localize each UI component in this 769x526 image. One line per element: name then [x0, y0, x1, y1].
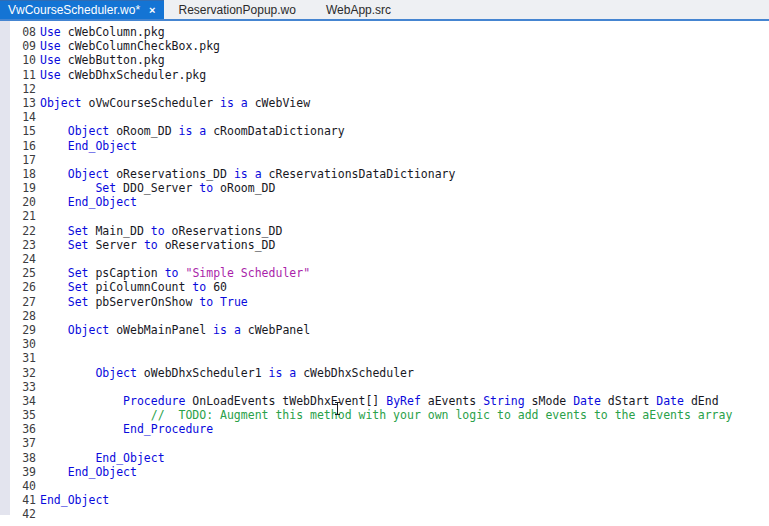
code-line[interactable]: 42 [0, 507, 769, 521]
line-number: 35 [10, 408, 40, 422]
tab-webapp-src[interactable]: WebApp.src [311, 0, 406, 19]
line-number: 20 [10, 195, 40, 209]
code-line[interactable]: 30 [0, 337, 769, 351]
code-token [40, 366, 95, 380]
code-token: cWebDhxScheduler.pkg [61, 68, 206, 82]
code-line[interactable]: 15 Object oRoom_DD is a cRoomDataDiction… [0, 124, 769, 138]
code-line[interactable]: 09Use cWebColumnCheckBox.pkg [0, 39, 769, 53]
line-number: 29 [10, 323, 40, 337]
code-line[interactable]: 18 Object oReservations_DD is a cReserva… [0, 167, 769, 181]
code-token: cWebView [248, 96, 310, 110]
code-line[interactable]: 40 [0, 479, 769, 493]
code-line[interactable]: 27 Set pbServerOnShow to True [0, 295, 769, 309]
code-text: Use cWebColumn.pkg [40, 25, 165, 39]
code-line[interactable]: 21 [0, 209, 769, 223]
code-token: Set [68, 280, 89, 294]
line-number: 24 [10, 252, 40, 266]
code-token: Object [68, 167, 110, 181]
code-text: Object oVwCourseScheduler is a cWebView [40, 96, 310, 110]
code-line[interactable]: 17 [0, 153, 769, 167]
code-line[interactable]: 33 [0, 380, 769, 394]
code-line[interactable]: 08Use cWebColumn.pkg [0, 25, 769, 39]
code-line[interactable]: 32 Object oWebDhxScheduler1 is a cWebDhx… [0, 366, 769, 380]
code-line[interactable]: 24 [0, 252, 769, 266]
code-line[interactable]: 31 [0, 351, 769, 365]
code-line[interactable]: 37 [0, 436, 769, 450]
tab-reservationpopup[interactable]: ReservationPopup.wo [164, 0, 311, 19]
code-line[interactable]: 28 [0, 309, 769, 323]
code-token: oVwCourseScheduler [82, 96, 220, 110]
code-line[interactable]: 14 [0, 110, 769, 124]
line-number: 09 [10, 39, 40, 53]
code-token: a [234, 323, 241, 337]
line-number: 26 [10, 280, 40, 294]
code-token: End_Object [68, 195, 137, 209]
line-number: 19 [10, 181, 40, 195]
line-number: 38 [10, 451, 40, 465]
editor-margin-strip [0, 21, 10, 515]
code-text: Object oReservations_DD is a cReservatio… [40, 167, 455, 181]
code-line[interactable]: 12 [0, 82, 769, 96]
code-token [40, 422, 123, 436]
code-token: cWebDhxScheduler [296, 366, 414, 380]
editor-tab-bar: VwCourseScheduler.wo* × ReservationPopup… [0, 0, 769, 21]
code-token: End_Object [40, 493, 109, 507]
line-number: 41 [10, 493, 40, 507]
code-token: DDO_Server [116, 181, 199, 195]
code-token: oRoom_DD [213, 181, 275, 195]
line-number: 28 [10, 309, 40, 323]
tab-label: WebApp.src [326, 3, 391, 17]
code-text: End_Object [40, 465, 137, 479]
code-line[interactable]: 22 Set Main_DD to oReservations_DD [0, 224, 769, 238]
code-line[interactable]: 41End_Object [0, 493, 769, 507]
code-line[interactable]: 36 End_Procedure [0, 422, 769, 436]
code-token [40, 394, 123, 408]
code-editor[interactable]: 08Use cWebColumn.pkg09Use cWebColumnChec… [0, 21, 769, 526]
code-line[interactable]: 13Object oVwCourseScheduler is a cWebVie… [0, 96, 769, 110]
code-token: dEnd [684, 394, 719, 408]
code-line[interactable]: 20 End_Object [0, 195, 769, 209]
code-token: to [192, 280, 206, 294]
code-token: "Simple Scheduler" [185, 266, 310, 280]
code-line[interactable]: 38 End_Object [0, 451, 769, 465]
code-token: is [179, 124, 193, 138]
code-token: cWebColumn.pkg [61, 25, 165, 39]
code-token: ByRef [386, 394, 421, 408]
code-token [40, 465, 68, 479]
code-token: Server [88, 238, 143, 252]
code-line[interactable]: 29 Object oWebMainPanel is a cWebPanel [0, 323, 769, 337]
code-token: Set [68, 238, 89, 252]
line-number: 39 [10, 465, 40, 479]
code-line[interactable]: 35 // TODO: Augment this method with you… [0, 408, 769, 422]
code-line[interactable]: 11Use cWebDhxScheduler.pkg [0, 68, 769, 82]
code-text: Use cWebColumnCheckBox.pkg [40, 39, 220, 53]
code-token: oWebDhxScheduler1 [137, 366, 269, 380]
line-number: 36 [10, 422, 40, 436]
line-number: 21 [10, 209, 40, 223]
text-cursor-ibeam [334, 402, 341, 415]
code-line[interactable]: 39 End_Object [0, 465, 769, 479]
code-token: is [269, 366, 283, 380]
code-token [40, 451, 95, 465]
line-number: 18 [10, 167, 40, 181]
code-line[interactable]: 26 Set piColumnCount to 60 [0, 280, 769, 294]
code-token: Object [68, 323, 110, 337]
line-number: 37 [10, 436, 40, 450]
code-line[interactable]: 10Use cWebButton.pkg [0, 53, 769, 67]
code-token: psCaption [88, 266, 164, 280]
code-line[interactable]: 25 Set psCaption to "Simple Scheduler" [0, 266, 769, 280]
line-number: 17 [10, 153, 40, 167]
code-line[interactable]: 23 Set Server to oReservations_DD [0, 238, 769, 252]
code-token: piColumnCount [88, 280, 192, 294]
code-line[interactable]: 19 Set DDO_Server to oRoom_DD [0, 181, 769, 195]
code-token: Use [40, 25, 61, 39]
line-number: 27 [10, 295, 40, 309]
close-icon[interactable]: × [149, 5, 155, 16]
code-token: cWebPanel [241, 323, 310, 337]
line-number: 22 [10, 224, 40, 238]
code-token [227, 323, 234, 337]
code-token [40, 124, 68, 138]
code-line[interactable]: 34 Procedure OnLoadEvents tWebDhxEvent[]… [0, 394, 769, 408]
code-line[interactable]: 16 End_Object [0, 139, 769, 153]
tab-vwcoursescheduler[interactable]: VwCourseScheduler.wo* × [0, 0, 164, 19]
